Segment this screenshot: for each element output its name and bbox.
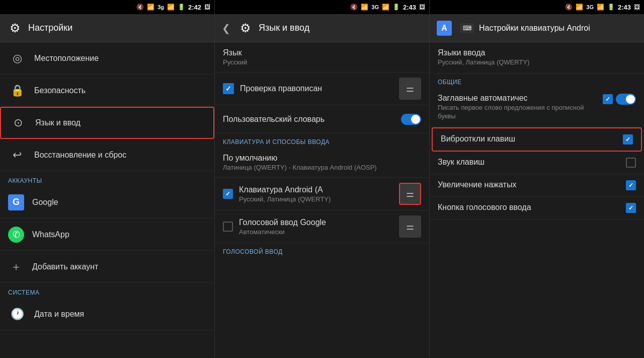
panel-language: 🔇 📶 3G 📶 🔋 2:43 🖼 ❮ ⚙ Язык и ввод Язык Р… [215,0,430,358]
language-label: Язык и ввод [35,118,80,127]
signal-icon-3: 📶 [597,4,604,11]
reset-icon: ↩ [8,146,26,164]
android-keyboard-subtitle: Русский, Латиница (QWERTY) [239,195,399,203]
language-item-title: Язык [223,48,421,57]
mute-icon-2: 🔇 [350,4,358,11]
wifi-icon: 📶 [147,4,154,11]
signal-icon-2: 📶 [382,4,389,11]
status-time-1: 2:42 [188,4,201,11]
datetime-icon: 🕐 [8,305,26,323]
status-bar-2: 🔇 📶 3G 📶 🔋 2:43 🖼 [215,0,429,14]
google-voice-settings-button[interactable]: ⚌ [399,216,421,238]
sidebar-item-reset[interactable]: ↩ Восстановление и сброс [0,139,214,171]
android-keyboard-header-icon: A [437,21,452,36]
userdict-toggle[interactable] [401,114,421,125]
wifi-icon-3: 📶 [576,4,583,11]
sidebar-item-language[interactable]: ⊙ Язык и ввод [0,107,214,139]
voicekey-item[interactable]: Кнопка голосового ввода [430,197,644,220]
language-item[interactable]: Язык Русский [215,42,429,73]
security-icon: 🔒 [8,82,26,100]
spellcheck-settings-button[interactable]: ⚌ [399,78,421,100]
autocaps-toggle-knob [626,95,635,104]
autocaps-toggle[interactable] [616,94,636,105]
vibro-checkbox[interactable] [623,134,633,145]
datetime-label: Дата и время [34,310,84,319]
autocaps-title: Заглавные автоматичес [438,94,603,103]
sidebar-item-location[interactable]: ◎ Местоположение [0,42,214,75]
input-lang-title: Языки ввода [438,48,636,57]
settings-gear-icon: ⚙ [7,20,23,36]
signal-icon: 📶 [167,4,175,11]
back-arrow-icon[interactable]: ❮ [222,22,230,34]
3g-label-3: 3G [586,4,594,10]
userdict-item[interactable]: Пользовательский словарь [215,105,429,133]
keyboard-icon: ⌨ [460,23,474,33]
status-time-2: 2:43 [403,4,416,11]
google-voice-title: Голосовой ввод Google [239,218,399,227]
battery-icon-2: 🔋 [392,4,400,11]
google-voice-subtitle: Автоматически [239,228,399,236]
security-label: Безопасность [34,86,86,95]
android-keyboard-item[interactable]: Клавиатура Android (А Русский, Латиница … [215,178,429,210]
toggle-knob [411,115,420,124]
keyboard-section-label: КЛАВИАТУРА И СПОСОБЫ ВВОДА [215,133,429,148]
google-voice-item[interactable]: Голосовой ввод Google Автоматически ⚌ [215,210,429,243]
language-gear-icon: ⚙ [237,20,254,36]
sidebar-item-datetime[interactable]: 🕐 Дата и время [0,298,214,330]
language-header: ❮ ⚙ Язык и ввод [215,14,429,42]
google-voice-settings-icon: ⚌ [406,221,414,232]
default-keyboard-item[interactable]: По умолчанию Латиница (QWERTY) - Клавиат… [215,148,429,178]
spellcheck-settings-icon: ⚌ [406,83,414,94]
3g-label: 3g [157,4,164,10]
add-account-icon: ＋ [8,259,24,275]
general-section-label: ОБЩИЕ [430,74,644,88]
panel-keyboard-settings: 🔇 📶 3G 📶 🔋 2:43 🖼 A ⌨ Настройки клавиату… [430,0,644,358]
popup-item[interactable]: Увеличение нажатых [430,174,644,197]
google-icon: G [8,194,24,210]
status-time-3: 2:43 [618,4,631,11]
vibro-title: Виброоткли клавиш [441,134,623,144]
language-item-subtitle: Русский [223,58,421,66]
vibro-item[interactable]: Виброоткли клавиш [432,127,642,152]
sound-item[interactable]: Звук клавиш [430,152,644,174]
sidebar-item-security[interactable]: 🔒 Безопасность [0,75,214,107]
image-icon: 🖼 [204,4,210,11]
input-lang-item[interactable]: Языки ввода Русский, Латиница (QWERTY) [430,42,644,74]
sidebar-item-google[interactable]: G Google [0,186,214,219]
settings-header: ⚙ Настройки [0,14,214,42]
sound-title: Звук клавиш [438,158,626,167]
default-keyboard-subtitle: Латиница (QWERTY) - Клавиатура Android (… [223,164,421,171]
popup-checkbox[interactable] [626,180,636,190]
voicekey-checkbox[interactable] [626,203,636,213]
popup-title: Увеличение нажатых [438,180,626,189]
image-icon-3: 🖼 [634,4,640,11]
location-icon: ◎ [8,49,26,67]
google-label: Google [32,198,58,207]
spellcheck-checkbox[interactable] [223,83,234,94]
android-keyboard-checkbox[interactable] [223,189,233,199]
mute-icon-3: 🔇 [565,4,573,11]
autocaps-subtitle: Писать первое слово предложения с пропис… [438,104,603,121]
sidebar-item-add-account[interactable]: ＋ Добавить аккаунт [0,251,214,283]
system-section-label: СИСТЕМА [0,283,214,298]
wifi-icon-2: 📶 [361,4,368,11]
reset-label: Восстановление и сброс [34,151,126,160]
autocaps-checkbox[interactable] [603,94,613,104]
accounts-section-label: АККАУНТЫ [0,171,214,186]
add-account-label: Добавить аккаунт [32,262,98,271]
status-bar-3: 🔇 📶 3G 📶 🔋 2:43 🖼 [430,0,644,14]
sidebar-item-whatsapp[interactable]: ✆ WhatsApp [0,219,214,251]
autocaps-item[interactable]: Заглавные автоматичес Писать первое слов… [430,88,644,127]
android-keyboard-settings-button[interactable]: ⚌ [399,183,421,205]
sound-checkbox[interactable] [626,158,636,168]
android-keyboard-title: Клавиатура Android (А [239,185,399,194]
panel-settings: 🔇 📶 3g 📶 🔋 2:42 🖼 ⚙ Настройки ◎ Местопол… [0,0,215,358]
spellcheck-label: Проверка правописан [240,84,399,93]
battery-icon: 🔋 [178,4,185,11]
spellcheck-item[interactable]: Проверка правописан ⚌ [215,73,429,105]
battery-icon-3: 🔋 [607,4,615,11]
settings-list: ◎ Местоположение 🔒 Безопасность ⊙ Язык и… [0,42,214,358]
voicekey-title: Кнопка голосового ввода [438,203,626,212]
android-keyboard-settings-icon: ⚌ [406,188,414,199]
google-voice-checkbox[interactable] [223,222,233,232]
